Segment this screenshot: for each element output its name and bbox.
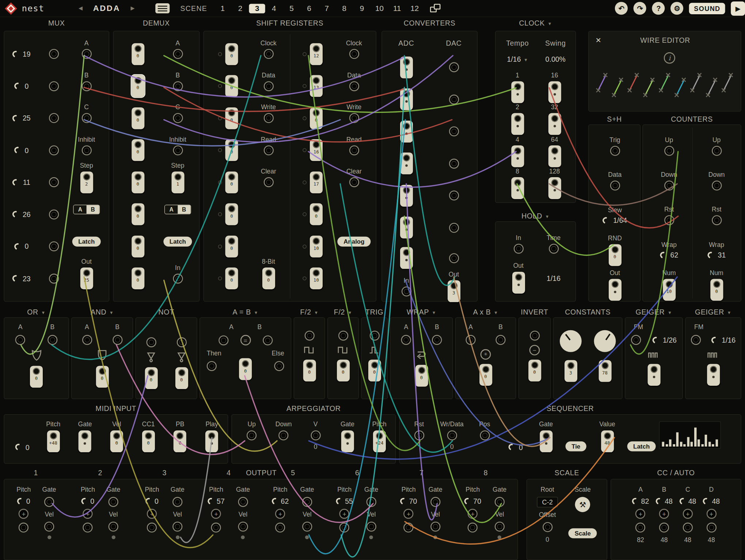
- sr2-clock-jack[interactable]: [349, 49, 359, 59]
- seq-pos-jack[interactable]: [480, 430, 490, 440]
- counter1-down-jack[interactable]: [664, 180, 674, 190]
- out6-vel-jack[interactable]: [366, 522, 376, 532]
- adc-bit-socket-3[interactable]: [400, 121, 413, 142]
- dac-bit-jack-3[interactable]: [449, 126, 459, 136]
- midi-play-socket[interactable]: [205, 430, 218, 452]
- out1-pitch-knob[interactable]: [16, 496, 25, 505]
- cc-c-knob[interactable]: [678, 496, 687, 505]
- help-button[interactable]: ?: [652, 2, 665, 15]
- geiger1-out-socket[interactable]: [647, 364, 660, 386]
- aeqb-a-jack[interactable]: [218, 335, 228, 345]
- seq-latch-button[interactable]: Latch: [627, 441, 656, 451]
- sh-trig-jack[interactable]: [610, 146, 620, 156]
- wire-swatch-2[interactable]: [611, 76, 623, 101]
- out5-vel-jack[interactable]: [302, 522, 312, 532]
- scale-root-value[interactable]: C-2: [537, 497, 558, 507]
- sr1-clear-jack[interactable]: [263, 177, 273, 187]
- dac-bit-jack-2[interactable]: [449, 94, 459, 104]
- and-b-jack[interactable]: [113, 335, 122, 345]
- mux-in-jack-1[interactable]: [49, 49, 58, 59]
- adc-bit-socket-7[interactable]: [400, 247, 413, 269]
- cc-a-knob[interactable]: [631, 496, 640, 505]
- adc-bit-socket-4[interactable]: [400, 153, 413, 175]
- clock-div-16-socket[interactable]: [548, 81, 561, 103]
- out7-pitch-jack[interactable]: [404, 523, 414, 533]
- sr2-tap-4[interactable]: [303, 148, 306, 152]
- wrap-header[interactable]: WRAP▼: [390, 308, 453, 316]
- not1-in-jack[interactable]: [146, 337, 156, 347]
- geiger1-fm-jack[interactable]: [631, 335, 641, 345]
- scene-tab-2[interactable]: 2: [231, 4, 249, 12]
- mux-knob-7[interactable]: [13, 242, 22, 251]
- out2-pitch-jack[interactable]: [83, 523, 93, 533]
- sr2-cell-socket-7[interactable]: 10: [310, 236, 323, 258]
- sr1-tap-8[interactable]: [218, 277, 222, 280]
- out5-pitch-cv-jack[interactable]: +: [275, 509, 285, 519]
- out6-gate-jack[interactable]: [366, 497, 376, 507]
- sr2-tap-1[interactable]: [303, 52, 306, 56]
- sr2-cell-socket-5[interactable]: 17: [310, 171, 323, 193]
- axb-b-jack[interactable]: [495, 335, 505, 345]
- counter1-rst-jack[interactable]: [664, 215, 674, 225]
- adc-bit-socket-5[interactable]: [400, 185, 413, 207]
- sr2-data-jack[interactable]: [349, 81, 359, 91]
- counter1-up-jack[interactable]: [664, 146, 674, 156]
- out2-pitch-knob[interactable]: [80, 496, 89, 505]
- sr1-cell-socket-1[interactable]: 0: [225, 43, 238, 65]
- cc-b-cv-jack[interactable]: +: [659, 509, 669, 519]
- sr2-cell-socket-8[interactable]: 10: [310, 268, 323, 290]
- clock-header[interactable]: CLOCK▼: [495, 19, 576, 27]
- cc-b-jack[interactable]: [659, 523, 669, 533]
- out3-pitch-jack[interactable]: [147, 523, 157, 533]
- axb-header[interactable]: A x B▼: [455, 308, 516, 316]
- aeqb-b-jack[interactable]: [263, 335, 273, 345]
- sr1-cell-socket-6[interactable]: 0: [225, 203, 238, 225]
- dac-bit-jack-6[interactable]: [449, 223, 459, 233]
- sr1-cell-socket-7[interactable]: 0: [225, 236, 238, 258]
- f2a-in-jack[interactable]: [304, 331, 314, 340]
- aeqb-then-jack[interactable]: [207, 361, 217, 371]
- sr1-data-jack[interactable]: [263, 81, 273, 91]
- out4-pitch-jack[interactable]: [211, 523, 221, 533]
- mux-in-jack-6[interactable]: [49, 209, 58, 219]
- scale-button[interactable]: Scale: [569, 528, 597, 538]
- geiger2-fm-jack[interactable]: [691, 335, 701, 345]
- mux-in-jack-5[interactable]: [49, 177, 58, 187]
- demux-out-socket-7[interactable]: 0: [132, 236, 144, 258]
- wire-swatch-7[interactable]: [689, 71, 702, 101]
- cc-c-jack[interactable]: [683, 523, 693, 533]
- mux-c-jack[interactable]: [81, 113, 91, 123]
- sr1-tap-3[interactable]: [218, 116, 222, 120]
- mux-knob-6[interactable]: [11, 210, 20, 219]
- arp-pitch-socket[interactable]: +24: [373, 430, 386, 452]
- arp-up-jack[interactable]: [247, 430, 256, 440]
- arp-v-jack[interactable]: [311, 430, 320, 440]
- f2b-out-socket[interactable]: 0: [337, 359, 349, 381]
- demux-out-socket-3[interactable]: 0: [132, 107, 144, 129]
- sr1-tap-1[interactable]: [218, 52, 222, 56]
- mux-in-jack-2[interactable]: [49, 81, 58, 91]
- scene-tab-7[interactable]: 7: [318, 4, 335, 12]
- scene-tab-5[interactable]: 5: [283, 4, 300, 12]
- scale-tool-icon[interactable]: ⚒: [575, 497, 590, 512]
- out7-pitch-knob[interactable]: [399, 496, 408, 505]
- demux-in-jack[interactable]: [173, 274, 183, 283]
- mux-a-jack[interactable]: [81, 49, 91, 59]
- not2-out-socket[interactable]: 0: [175, 367, 188, 389]
- out4-gate-jack[interactable]: [238, 497, 248, 507]
- hold-time-jack[interactable]: [548, 244, 558, 254]
- sh-slew-knob[interactable]: [602, 216, 611, 225]
- demux-ab-toggle[interactable]: AB: [164, 205, 191, 214]
- out4-vel-jack[interactable]: [238, 522, 248, 532]
- mux-inhibit-jack[interactable]: [81, 145, 91, 155]
- mux-knob-3[interactable]: [11, 114, 20, 122]
- out5-pitch-jack[interactable]: [275, 523, 285, 533]
- demux-out-socket-4[interactable]: 0: [132, 139, 144, 161]
- midi-vel-socket[interactable]: 0: [110, 430, 123, 452]
- out7-gate-jack[interactable]: [430, 497, 440, 507]
- clock-div-2-socket[interactable]: [511, 113, 524, 135]
- scene-tab-6[interactable]: 6: [300, 4, 318, 12]
- clock-div-4-socket[interactable]: [511, 145, 524, 167]
- out8-pitch-cv-jack[interactable]: +: [468, 509, 478, 519]
- counter2-num-socket[interactable]: 0: [710, 279, 723, 301]
